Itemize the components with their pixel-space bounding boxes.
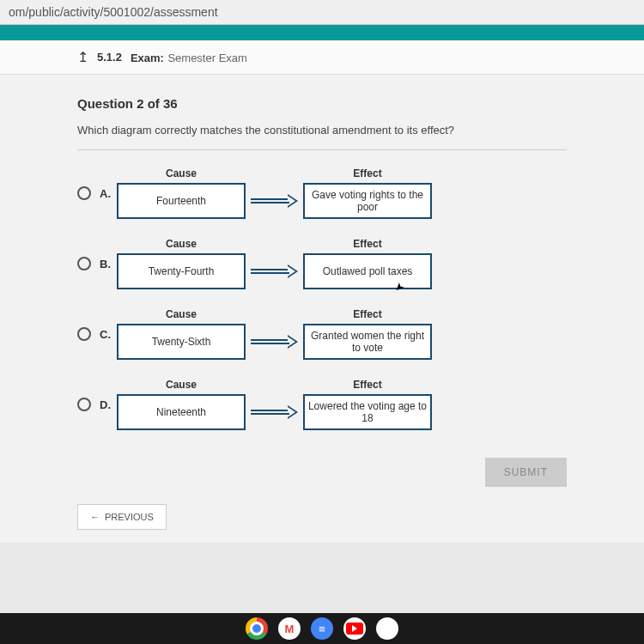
- effect-label: Effect: [353, 379, 381, 391]
- option-c[interactable]: C. Cause Twenty-Sixth Effect Granted wom…: [77, 308, 567, 360]
- option-b[interactable]: B. Cause Twenty-Fourth Effect Outlawed p…: [77, 238, 567, 289]
- question-panel: Question 2 of 36 Which diagram correctly…: [0, 75, 644, 543]
- radio-c[interactable]: [77, 327, 91, 341]
- gmail-icon[interactable]: M: [278, 617, 301, 640]
- question-counter: Question 2 of 36: [77, 96, 567, 111]
- url-bar[interactable]: om/public/activity/5001002/assessment: [0, 0, 644, 25]
- radio-b[interactable]: [77, 257, 91, 270]
- effect-box: Outlawed poll taxes: [303, 253, 432, 289]
- cause-box: Nineteenth: [117, 394, 246, 430]
- youtube-icon[interactable]: [343, 617, 366, 640]
- effect-label: Effect: [353, 167, 381, 179]
- cause-label: Cause: [166, 167, 197, 179]
- effect-label: Effect: [353, 308, 381, 320]
- arrow-icon: [251, 324, 298, 360]
- cause-label: Cause: [166, 238, 197, 250]
- cause-label: Cause: [166, 308, 197, 320]
- option-letter: B.: [100, 258, 117, 270]
- option-a[interactable]: A. Cause Fourteenth Effect Gave voting r…: [77, 167, 567, 219]
- question-prompt: Which diagram correctly matches the cons…: [77, 124, 567, 137]
- option-d[interactable]: D. Cause Nineteenth Effect Lowered the v…: [77, 379, 567, 430]
- arrow-icon: [251, 183, 298, 219]
- cause-box: Twenty-Fourth: [117, 253, 246, 289]
- taskbar: M ≡ ▷: [0, 613, 644, 644]
- effect-box: Lowered the voting age to 18: [303, 394, 432, 430]
- option-letter: D.: [100, 398, 117, 411]
- effect-box: Gave voting rights to the poor: [303, 183, 432, 219]
- accent-bar: [0, 25, 644, 40]
- arrow-icon: [251, 253, 298, 289]
- option-letter: C.: [100, 328, 117, 341]
- radio-d[interactable]: [77, 398, 91, 411]
- cause-box: Fourteenth: [117, 183, 246, 219]
- option-letter: A.: [100, 187, 117, 200]
- previous-button[interactable]: ← PREVIOUS: [77, 504, 167, 530]
- cause-box: Twenty-Sixth: [117, 324, 246, 360]
- back-icon[interactable]: ↥: [77, 49, 88, 65]
- effect-box: Granted women the right to vote: [303, 324, 432, 360]
- submit-button[interactable]: SUBMIT: [485, 458, 567, 487]
- exam-number: 5.1.2: [97, 51, 122, 64]
- radio-a[interactable]: [77, 186, 91, 200]
- arrow-icon: [251, 394, 298, 430]
- previous-label: PREVIOUS: [105, 512, 154, 522]
- effect-label: Effect: [353, 238, 381, 250]
- play-store-icon[interactable]: ▷: [376, 617, 398, 640]
- exam-header: ↥ 5.1.2 Exam: Semester Exam: [0, 40, 644, 75]
- arrow-left-icon: ←: [90, 512, 100, 522]
- cause-label: Cause: [166, 379, 197, 391]
- chrome-icon[interactable]: [246, 617, 268, 640]
- exam-name: Semester Exam: [167, 52, 246, 64]
- exam-label: Exam:: [131, 52, 164, 64]
- docs-icon[interactable]: ≡: [311, 617, 333, 640]
- divider: [77, 149, 567, 150]
